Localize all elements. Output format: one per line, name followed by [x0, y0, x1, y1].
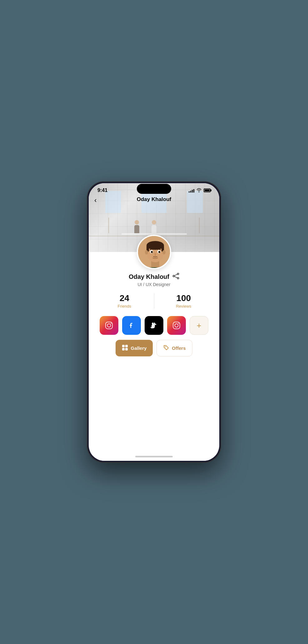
svg-rect-26 [125, 348, 128, 350]
profile-name-row: Oday Khalouf [129, 273, 179, 281]
stat-friends-label: Friends [118, 304, 131, 309]
battery-icon [204, 189, 211, 192]
phone-inner: 9:41 [89, 183, 219, 461]
svg-rect-23 [122, 345, 125, 347]
svg-point-17 [107, 324, 111, 327]
svg-point-10 [151, 251, 153, 253]
tab-gallery[interactable]: Gallery [116, 340, 153, 356]
banner-title: Oday Khalouf [137, 196, 171, 203]
instagram-icon [103, 320, 115, 331]
svg-rect-24 [125, 345, 128, 347]
gallery-grid [147, 361, 161, 369]
svg-point-21 [175, 324, 178, 327]
home-bar [135, 456, 173, 457]
dynamic-island [137, 184, 171, 194]
svg-point-22 [178, 323, 179, 324]
tab-offers[interactable]: Offers [156, 340, 192, 356]
offers-tab-icon [163, 345, 169, 352]
tiktok-icon: T [148, 320, 160, 331]
stats-row: 24 Friends 100 Reviews [89, 287, 219, 315]
stat-reviews-label: Reviews [176, 304, 191, 309]
tabs-row: Gallery Offers [111, 340, 197, 356]
stat-reviews-number: 100 [176, 293, 191, 303]
instagram2-button[interactable] [167, 316, 186, 335]
instagram-button[interactable] [100, 316, 118, 335]
svg-point-6 [145, 250, 148, 254]
stat-divider [154, 293, 154, 309]
phone-frame: 9:41 [87, 181, 221, 463]
signal-bar-2 [190, 191, 191, 193]
status-time: 9:41 [97, 188, 107, 193]
svg-point-18 [111, 323, 112, 324]
svg-point-27 [165, 346, 166, 347]
svg-point-3 [147, 241, 164, 250]
partition-2 [199, 218, 200, 233]
gallery-tab-label: Gallery [131, 345, 147, 351]
tiktok-button[interactable]: T [145, 316, 163, 335]
profile-section: Oday Khalouf UI / UX Designer 24 [89, 252, 219, 373]
avatar [137, 235, 171, 269]
stat-friends: 24 Friends [98, 293, 151, 309]
svg-point-7 [162, 250, 166, 254]
signal-bar-1 [189, 191, 190, 193]
home-indicator [89, 452, 219, 461]
signal-bar-3 [192, 190, 193, 193]
facebook-icon [126, 320, 137, 331]
gallery-tab-icon [122, 345, 128, 352]
svg-rect-25 [122, 348, 125, 350]
wifi-icon [196, 188, 202, 193]
signal-bar-4 [193, 189, 194, 193]
instagram2-icon [171, 320, 182, 331]
back-button[interactable]: ‹ [94, 196, 97, 204]
stat-friends-number: 24 [120, 293, 129, 303]
add-social-button[interactable]: + [190, 316, 208, 335]
person-left [134, 220, 139, 233]
content-scroll[interactable]: ‹ Oday Khalouf [89, 183, 219, 452]
svg-point-11 [158, 251, 160, 253]
partition-1 [108, 218, 109, 233]
person-center [152, 220, 156, 233]
social-icons-row: T [93, 315, 215, 340]
share-button[interactable] [172, 273, 179, 281]
signal-bars-icon [189, 188, 194, 193]
plus-icon: + [196, 321, 201, 330]
status-icons [189, 188, 211, 193]
avatar-illustration [138, 236, 171, 269]
profile-name: Oday Khalouf [129, 273, 169, 280]
facebook-button[interactable] [122, 316, 141, 335]
stat-reviews: 100 Reviews [157, 293, 210, 309]
offers-tab-label: Offers [172, 345, 186, 351]
profile-title: UI / UX Designer [137, 282, 170, 287]
avatar-wrapper [137, 235, 171, 269]
